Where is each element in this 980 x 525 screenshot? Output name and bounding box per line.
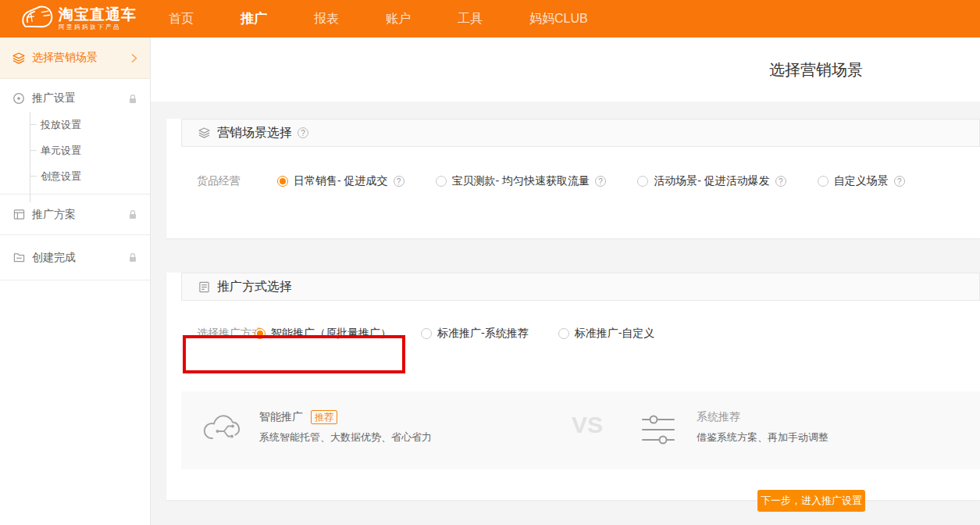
next-step-button[interactable]: 下一步，进入推广设置 bbox=[757, 490, 865, 512]
method-row-label: 选择推广方式 bbox=[197, 327, 262, 341]
sidebar-subitem-unit[interactable]: 单元设置 bbox=[30, 138, 150, 163]
lock-icon bbox=[128, 209, 137, 220]
page-title: 选择营销场景 bbox=[769, 59, 863, 80]
nav-item-tools[interactable]: 工具 bbox=[458, 0, 483, 38]
method-option-smart[interactable]: 智能推广（原批量推广） bbox=[255, 327, 391, 341]
compare-right-title: 系统推荐 bbox=[697, 410, 740, 424]
scene-option-daily-sales[interactable]: 日常销售- 促进成交 ? bbox=[277, 174, 404, 188]
method-panel: 推广方式选择 选择推广方式 智能推广（原批量推广） 标准推广-系统推荐 标准推广… bbox=[166, 273, 980, 500]
smart-cloud-icon bbox=[201, 409, 241, 451]
layers-icon bbox=[198, 127, 210, 138]
lock-icon bbox=[128, 252, 137, 262]
vs-text: VS bbox=[572, 412, 603, 438]
sidebar-step-promotion-settings[interactable]: 推广设置 bbox=[0, 85, 150, 112]
help-icon[interactable]: ? bbox=[298, 127, 308, 138]
help-icon[interactable]: ? bbox=[595, 176, 606, 187]
scene-panel-header: 营销场景选择 ? bbox=[181, 119, 980, 147]
nav-item-mama-club[interactable]: 妈妈CLUB bbox=[529, 0, 588, 38]
radio-icon[interactable] bbox=[637, 176, 648, 187]
recommended-badge: 推荐 bbox=[311, 410, 337, 424]
app-title: 淘宝直通车 bbox=[59, 6, 137, 23]
lock-icon bbox=[128, 94, 137, 104]
compare-right-desc: 借鉴系统方案、再加手动调整 bbox=[697, 430, 829, 445]
sidebar-subitem-targeting[interactable]: 投放设置 bbox=[30, 112, 150, 138]
app-subtitle: 阿里妈妈旗下产品 bbox=[59, 23, 137, 31]
document-icon bbox=[198, 281, 210, 293]
compare-left: 智能推广 推荐 系统智能托管、大数据优势、省心省力 bbox=[259, 410, 432, 445]
method-panel-header: 推广方式选择 bbox=[181, 273, 980, 301]
radio-selected-icon[interactable] bbox=[255, 328, 265, 339]
sidebar-step-choose-scene[interactable]: 选择营销场景 bbox=[0, 38, 150, 79]
scene-row-label: 货品经营 bbox=[197, 174, 241, 188]
sidebar-step-label: 推广设置 bbox=[32, 91, 76, 105]
radio-icon[interactable] bbox=[436, 176, 447, 187]
help-icon[interactable]: ? bbox=[894, 176, 905, 187]
method-panel-title: 推广方式选择 bbox=[217, 279, 292, 295]
compare-right: 系统推荐 借鉴系统方案、再加手动调整 bbox=[697, 410, 829, 445]
help-icon[interactable]: ? bbox=[775, 176, 786, 187]
sliders-icon bbox=[640, 412, 676, 452]
sidebar-group-promotion-settings: 推广设置 投放设置 单元设置 创意设置 bbox=[0, 79, 150, 195]
scene-option-item-testing[interactable]: 宝贝测款- 均匀快速获取流量 ? bbox=[436, 174, 607, 188]
app-logo[interactable]: 淘宝直通车 阿里妈妈旗下产品 bbox=[20, 2, 137, 35]
sidebar-subtree: 投放设置 单元设置 创意设置 bbox=[30, 112, 150, 189]
sidebar-step-label: 选择营销场景 bbox=[32, 51, 98, 65]
top-nav: 淘宝直通车 阿里妈妈旗下产品 首页 推广 报表 账户 工具 妈妈CLUB bbox=[0, 0, 980, 38]
radio-icon[interactable] bbox=[558, 328, 569, 339]
help-icon[interactable]: ? bbox=[394, 176, 404, 187]
nav-item-reports[interactable]: 报表 bbox=[314, 0, 339, 38]
nav-item-home[interactable]: 首页 bbox=[169, 0, 194, 38]
radio-selected-icon[interactable] bbox=[277, 176, 288, 187]
sidebar-subitem-creative[interactable]: 创意设置 bbox=[30, 163, 150, 189]
sidebar-step-label: 创建完成 bbox=[32, 251, 76, 265]
scene-radio-row: 货品经营 日常销售- 促进成交 ? 宝贝测款- 均匀快速获取流量 ? 活动场景-… bbox=[166, 169, 980, 194]
layers-icon bbox=[12, 52, 25, 64]
folder-icon bbox=[12, 252, 25, 263]
nav-item-account[interactable]: 账户 bbox=[386, 0, 411, 38]
title-bar: 选择营销场景 bbox=[151, 38, 980, 102]
train-logo-icon bbox=[20, 2, 53, 35]
sidebar-step-label: 推广方案 bbox=[32, 208, 76, 222]
window-icon bbox=[12, 209, 25, 220]
radio-icon[interactable] bbox=[818, 176, 829, 187]
scene-option-activity[interactable]: 活动场景- 促进活动爆发 ? bbox=[637, 174, 786, 188]
scene-panel-title: 营销场景选择 bbox=[217, 125, 292, 141]
sidebar-step-creation-done[interactable]: 创建完成 bbox=[0, 235, 150, 280]
nav-item-promotion[interactable]: 推广 bbox=[241, 0, 267, 38]
compare-left-title: 智能推广 bbox=[259, 410, 303, 424]
wizard-sidebar: 选择营销场景 推广设置 投放设置 bbox=[0, 38, 151, 525]
method-option-standard-custom[interactable]: 标准推广-自定义 bbox=[558, 327, 655, 341]
scene-panel: 营销场景选择 ? 货品经营 日常销售- 促进成交 ? 宝贝测款- 均匀快速获取流… bbox=[166, 119, 980, 238]
method-option-standard-system[interactable]: 标准推广-系统推荐 bbox=[421, 327, 529, 341]
compare-left-desc: 系统智能托管、大数据优势、省心省力 bbox=[259, 430, 432, 445]
sidebar-step-promotion-plan[interactable]: 推广方案 bbox=[0, 195, 150, 235]
main-content: 选择营销场景 营销场景选择 ? 货品经营 日常销售- 促进成交 ? bbox=[151, 38, 980, 525]
nav-menu: 首页 推广 报表 账户 工具 妈妈CLUB bbox=[169, 0, 588, 38]
radio-icon[interactable] bbox=[421, 328, 432, 339]
gear-circle-icon bbox=[12, 92, 25, 105]
chevron-right-icon bbox=[131, 53, 137, 63]
method-radio-row: 选择推广方式 智能推广（原批量推广） 标准推广-系统推荐 标准推广-自定义 bbox=[166, 321, 980, 346]
scene-option-custom[interactable]: 自定义场景 ? bbox=[818, 174, 905, 188]
method-compare-box: 智能推广 推荐 系统智能托管、大数据优势、省心省力 VS bbox=[181, 391, 980, 470]
